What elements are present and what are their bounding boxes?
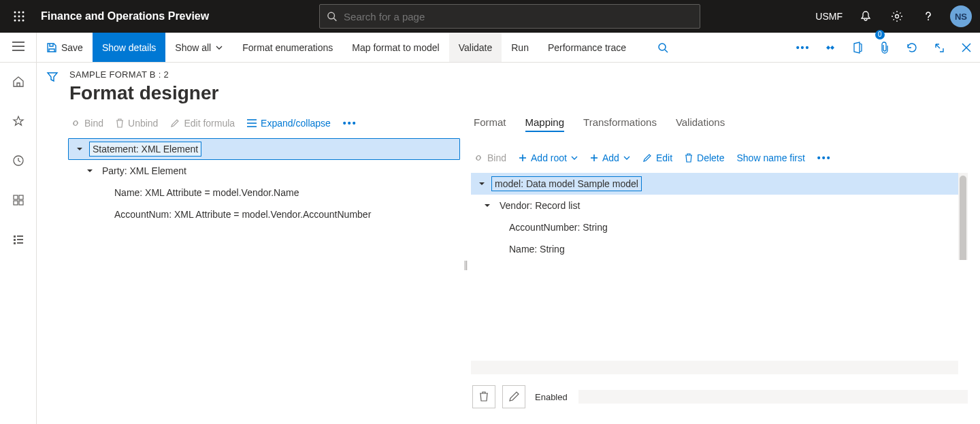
help-icon[interactable]	[915, 3, 942, 30]
validate-button[interactable]: Validate	[449, 33, 502, 62]
nav-recent-icon[interactable]	[5, 150, 32, 172]
tree-node-name-attr[interactable]: Name: XML Attribute = model.Vendor.Name	[68, 182, 460, 203]
nav-modules-icon[interactable]	[5, 229, 32, 250]
property-delete-button[interactable]	[472, 385, 495, 408]
svg-rect-21	[14, 195, 18, 199]
model-node-accountnumber[interactable]: AccountNumber: String	[471, 216, 968, 238]
svg-rect-25	[14, 235, 16, 238]
nav-collapse-icon[interactable]	[12, 42, 24, 53]
svg-line-17	[665, 50, 668, 52]
property-edit-button[interactable]	[502, 385, 525, 408]
model-node-name[interactable]: Name: String	[471, 238, 968, 260]
edit-formula-button[interactable]: Edit formula	[170, 118, 235, 129]
page-title: Format designer	[69, 82, 968, 104]
right-pane-overflow[interactable]: •••	[817, 152, 832, 163]
delete-button[interactable]: Delete	[685, 152, 724, 163]
link-icon	[71, 118, 80, 128]
notifications-icon[interactable]	[852, 3, 879, 30]
bind-button[interactable]: Bind	[71, 118, 103, 129]
svg-point-8	[22, 20, 24, 22]
app-launcher-icon[interactable]	[8, 5, 30, 27]
user-avatar[interactable]: NS	[950, 5, 972, 27]
svg-rect-30	[17, 242, 23, 244]
show-details-button[interactable]: Show details	[93, 33, 165, 62]
app-title: Finance and Operations Preview	[41, 10, 209, 22]
svg-rect-29	[14, 242, 16, 244]
company-picker[interactable]: USMF	[810, 11, 848, 22]
property-enabled-label: Enabled	[535, 392, 568, 402]
edit-button[interactable]: Edit	[642, 152, 672, 163]
svg-rect-28	[17, 239, 23, 240]
left-pane-overflow[interactable]: •••	[343, 118, 357, 129]
performance-trace-button[interactable]: Performance trace	[538, 33, 636, 62]
tree-node-party[interactable]: Party: XML Element	[68, 160, 460, 182]
mapping-scrollbar[interactable]	[958, 173, 968, 260]
model-node-vendor[interactable]: Vendor: Record list	[471, 195, 968, 216]
link-icon	[474, 153, 483, 163]
svg-point-1	[18, 12, 20, 14]
format-enumerations-button[interactable]: Format enumerations	[233, 33, 342, 62]
save-label: Save	[61, 42, 83, 53]
svg-point-4	[18, 16, 20, 18]
model-node-root[interactable]: model: Data model Sample model	[471, 173, 968, 195]
chevron-down-icon	[623, 154, 630, 161]
tab-transformations[interactable]: Transformations	[583, 114, 657, 132]
tab-format[interactable]: Format	[474, 114, 506, 132]
global-search[interactable]	[319, 4, 700, 29]
close-icon[interactable]	[953, 33, 980, 62]
svg-rect-26	[17, 235, 23, 237]
svg-point-12	[928, 19, 929, 20]
nav-workspaces-icon[interactable]	[5, 189, 32, 211]
settings-icon[interactable]	[883, 3, 911, 30]
pencil-icon	[170, 118, 180, 128]
run-button[interactable]: Run	[502, 33, 538, 62]
property-enabled-value[interactable]	[578, 390, 968, 404]
chevron-down-icon	[215, 44, 223, 52]
tree-caret[interactable]	[476, 178, 487, 189]
plus-icon	[519, 154, 527, 162]
svg-rect-24	[19, 201, 23, 205]
expand-collapse-button[interactable]: Expand/collapse	[247, 118, 331, 129]
list-icon	[247, 119, 257, 127]
save-button[interactable]: Save	[37, 33, 93, 62]
refresh-icon[interactable]	[898, 33, 926, 62]
popout-icon[interactable]	[926, 33, 953, 62]
svg-point-9	[328, 12, 335, 19]
attachments-badge: 0	[875, 30, 885, 39]
breadcrumb: SAMPLE FORMAT B : 2	[69, 69, 968, 80]
tree-caret[interactable]	[84, 165, 95, 176]
search-icon	[327, 11, 337, 22]
svg-point-3	[14, 16, 16, 18]
page-search-button[interactable]	[649, 33, 676, 62]
show-all-button[interactable]: Show all	[165, 33, 233, 62]
tab-validations[interactable]: Validations	[676, 114, 725, 132]
nav-favorites-icon[interactable]	[5, 110, 32, 132]
property-strip	[471, 361, 958, 374]
nav-home-icon[interactable]	[5, 71, 32, 93]
dataverse-icon[interactable]	[817, 33, 844, 62]
office-icon[interactable]	[844, 33, 871, 62]
unbind-button[interactable]: Unbind	[116, 118, 158, 129]
svg-line-10	[333, 18, 336, 21]
tree-node-accountnum-attr[interactable]: AccountNum: XML Attribute = model.Vendor…	[68, 203, 460, 225]
splitter-handle[interactable]: ‖	[460, 114, 471, 415]
pencil-icon	[642, 153, 652, 163]
chevron-down-icon	[571, 154, 578, 161]
svg-point-0	[14, 12, 16, 14]
filter-icon[interactable]	[46, 71, 59, 424]
global-search-input[interactable]	[342, 10, 693, 23]
svg-rect-23	[14, 201, 18, 205]
attachments-icon[interactable]: 0	[871, 33, 898, 62]
mapping-bind-button[interactable]: Bind	[474, 152, 506, 163]
add-root-button[interactable]: Add root	[519, 152, 578, 163]
overflow-menu-button[interactable]: •••	[789, 33, 817, 62]
add-button[interactable]: Add	[590, 152, 630, 163]
svg-point-11	[895, 15, 898, 18]
trash-icon	[685, 153, 693, 163]
tab-mapping[interactable]: Mapping	[525, 114, 565, 132]
map-format-to-model-button[interactable]: Map format to model	[342, 33, 448, 62]
tree-caret[interactable]	[482, 200, 493, 211]
tree-caret[interactable]	[74, 144, 85, 154]
show-name-first-button[interactable]: Show name first	[736, 152, 804, 163]
tree-node-statement[interactable]: Statement: XML Element	[68, 138, 460, 160]
